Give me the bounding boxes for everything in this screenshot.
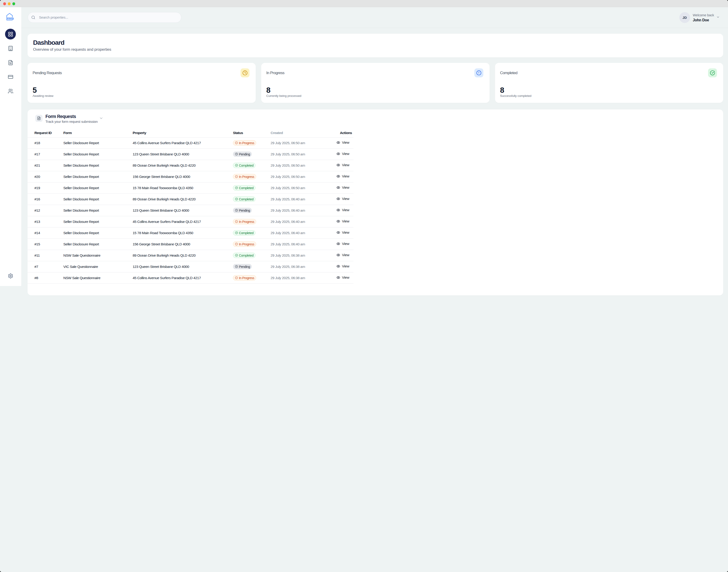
svg-text:easy: easy [7, 16, 14, 20]
